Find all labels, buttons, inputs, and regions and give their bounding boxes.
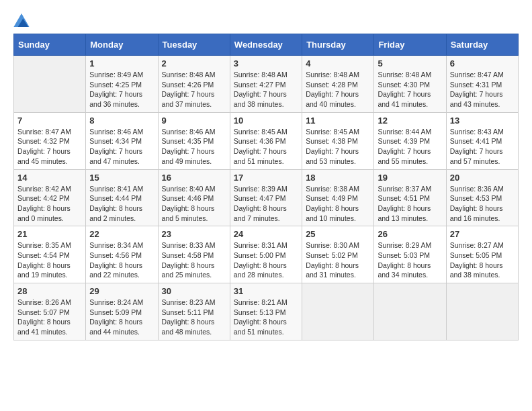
day-info: Sunrise: 8:45 AM Sunset: 4:36 PM Dayligh… xyxy=(234,127,298,167)
sunrise-text: Sunrise: 8:48 AM xyxy=(378,71,431,79)
calendar-cell: 26 Sunrise: 8:29 AM Sunset: 5:03 PM Dayl… xyxy=(374,226,446,283)
day-info: Sunrise: 8:43 AM Sunset: 4:41 PM Dayligh… xyxy=(450,127,515,167)
day-number: 9 xyxy=(162,116,226,126)
day-number: 10 xyxy=(234,116,298,126)
calendar-cell: 30 Sunrise: 8:23 AM Sunset: 5:11 PM Dayl… xyxy=(158,283,230,340)
calendar-header-row: SundayMondayTuesdayWednesdayThursdayFrid… xyxy=(14,34,519,56)
logo-icon xyxy=(13,13,30,27)
day-number: 23 xyxy=(162,229,226,239)
day-info: Sunrise: 8:40 AM Sunset: 4:46 PM Dayligh… xyxy=(162,184,226,224)
day-number: 18 xyxy=(306,173,370,183)
day-number: 8 xyxy=(89,116,154,126)
calendar-cell: 27 Sunrise: 8:27 AM Sunset: 5:05 PM Dayl… xyxy=(446,226,518,283)
sunrise-text: Sunrise: 8:27 AM xyxy=(450,241,504,249)
daylight-text: Daylight: 8 hours and 44 minutes. xyxy=(89,318,142,336)
day-info: Sunrise: 8:42 AM Sunset: 4:42 PM Dayligh… xyxy=(17,184,82,224)
day-info: Sunrise: 8:38 AM Sunset: 4:49 PM Dayligh… xyxy=(306,184,370,224)
daylight-text: Daylight: 8 hours and 22 minutes. xyxy=(89,261,142,279)
day-number: 30 xyxy=(162,286,226,296)
day-number: 6 xyxy=(450,58,515,68)
day-number: 7 xyxy=(17,116,82,126)
day-info: Sunrise: 8:47 AM Sunset: 4:31 PM Dayligh… xyxy=(450,70,515,109)
day-info: Sunrise: 8:34 AM Sunset: 4:56 PM Dayligh… xyxy=(89,240,154,280)
sunset-text: Sunset: 4:36 PM xyxy=(234,137,286,145)
daylight-text: Daylight: 7 hours and 40 minutes. xyxy=(306,90,359,108)
day-number: 5 xyxy=(378,58,442,68)
page-header xyxy=(13,13,519,27)
day-number: 22 xyxy=(89,229,154,239)
daylight-text: Daylight: 8 hours and 38 minutes. xyxy=(450,261,503,279)
daylight-text: Daylight: 8 hours and 25 minutes. xyxy=(162,261,215,279)
sunrise-text: Sunrise: 8:21 AM xyxy=(234,298,287,306)
daylight-text: Daylight: 7 hours and 53 minutes. xyxy=(306,147,359,165)
calendar-cell: 14 Sunrise: 8:42 AM Sunset: 4:42 PM Dayl… xyxy=(14,169,86,226)
calendar-cell: 11 Sunrise: 8:45 AM Sunset: 4:38 PM Dayl… xyxy=(302,112,374,169)
sunset-text: Sunset: 4:42 PM xyxy=(17,194,70,202)
day-of-week-header: Sunday xyxy=(14,34,86,56)
day-number: 17 xyxy=(234,173,298,183)
day-number: 4 xyxy=(306,58,370,68)
day-info: Sunrise: 8:48 AM Sunset: 4:30 PM Dayligh… xyxy=(378,70,442,109)
sunrise-text: Sunrise: 8:41 AM xyxy=(89,185,143,193)
day-info: Sunrise: 8:35 AM Sunset: 4:54 PM Dayligh… xyxy=(17,240,82,280)
day-info: Sunrise: 8:47 AM Sunset: 4:32 PM Dayligh… xyxy=(17,127,82,167)
day-info: Sunrise: 8:49 AM Sunset: 4:25 PM Dayligh… xyxy=(89,70,154,109)
day-number: 20 xyxy=(450,173,515,183)
sunrise-text: Sunrise: 8:26 AM xyxy=(17,298,71,306)
daylight-text: Daylight: 8 hours and 31 minutes. xyxy=(306,261,359,279)
sunset-text: Sunset: 4:31 PM xyxy=(450,81,502,89)
sunset-text: Sunset: 4:44 PM xyxy=(89,194,142,202)
sunset-text: Sunset: 4:47 PM xyxy=(234,194,286,202)
calendar-cell: 17 Sunrise: 8:39 AM Sunset: 4:47 PM Dayl… xyxy=(230,169,302,226)
day-info: Sunrise: 8:41 AM Sunset: 4:44 PM Dayligh… xyxy=(89,184,154,224)
calendar-cell: 13 Sunrise: 8:43 AM Sunset: 4:41 PM Dayl… xyxy=(446,112,518,169)
day-number: 29 xyxy=(89,286,154,296)
day-info: Sunrise: 8:26 AM Sunset: 5:07 PM Dayligh… xyxy=(17,298,82,337)
calendar-cell: 6 Sunrise: 8:47 AM Sunset: 4:31 PM Dayli… xyxy=(446,56,518,113)
calendar-cell xyxy=(446,283,518,340)
sunset-text: Sunset: 4:27 PM xyxy=(234,81,286,89)
daylight-text: Daylight: 8 hours and 5 minutes. xyxy=(162,204,215,222)
day-number: 15 xyxy=(89,173,154,183)
day-number: 13 xyxy=(450,116,515,126)
calendar-cell: 15 Sunrise: 8:41 AM Sunset: 4:44 PM Dayl… xyxy=(86,169,158,226)
day-info: Sunrise: 8:31 AM Sunset: 5:00 PM Dayligh… xyxy=(234,240,298,280)
day-of-week-header: Wednesday xyxy=(230,34,302,56)
daylight-text: Daylight: 7 hours and 41 minutes. xyxy=(378,90,431,108)
daylight-text: Daylight: 8 hours and 16 minutes. xyxy=(450,204,503,222)
sunrise-text: Sunrise: 8:49 AM xyxy=(89,71,143,79)
daylight-text: Daylight: 7 hours and 49 minutes. xyxy=(162,147,215,165)
day-number: 16 xyxy=(162,173,226,183)
day-number: 12 xyxy=(378,116,442,126)
day-info: Sunrise: 8:39 AM Sunset: 4:47 PM Dayligh… xyxy=(234,184,298,224)
daylight-text: Daylight: 7 hours and 43 minutes. xyxy=(450,90,503,108)
sunset-text: Sunset: 4:30 PM xyxy=(378,81,430,89)
day-of-week-header: Friday xyxy=(374,34,446,56)
sunset-text: Sunset: 4:53 PM xyxy=(450,194,502,202)
daylight-text: Daylight: 8 hours and 7 minutes. xyxy=(234,204,287,222)
sunset-text: Sunset: 4:38 PM xyxy=(306,137,358,145)
sunrise-text: Sunrise: 8:39 AM xyxy=(234,185,287,193)
day-number: 25 xyxy=(306,229,370,239)
sunrise-text: Sunrise: 8:35 AM xyxy=(17,241,71,249)
sunset-text: Sunset: 5:07 PM xyxy=(17,308,70,316)
sunrise-text: Sunrise: 8:34 AM xyxy=(89,241,143,249)
sunrise-text: Sunrise: 8:31 AM xyxy=(234,241,287,249)
calendar-table: SundayMondayTuesdayWednesdayThursdayFrid… xyxy=(13,34,519,340)
day-number: 3 xyxy=(234,58,298,68)
calendar-cell xyxy=(14,56,86,113)
day-number: 26 xyxy=(378,229,442,239)
sunrise-text: Sunrise: 8:48 AM xyxy=(306,71,359,79)
daylight-text: Daylight: 8 hours and 28 minutes. xyxy=(234,261,287,279)
day-info: Sunrise: 8:27 AM Sunset: 5:05 PM Dayligh… xyxy=(450,240,515,280)
sunrise-text: Sunrise: 8:46 AM xyxy=(89,128,143,136)
sunrise-text: Sunrise: 8:36 AM xyxy=(450,185,504,193)
day-number: 24 xyxy=(234,229,298,239)
day-of-week-header: Thursday xyxy=(302,34,374,56)
calendar-week-row: 1 Sunrise: 8:49 AM Sunset: 4:25 PM Dayli… xyxy=(14,56,519,113)
day-number: 21 xyxy=(17,229,82,239)
day-number: 11 xyxy=(306,116,370,126)
calendar-cell: 25 Sunrise: 8:30 AM Sunset: 5:02 PM Dayl… xyxy=(302,226,374,283)
daylight-text: Daylight: 8 hours and 2 minutes. xyxy=(89,204,142,222)
day-of-week-header: Saturday xyxy=(446,34,518,56)
